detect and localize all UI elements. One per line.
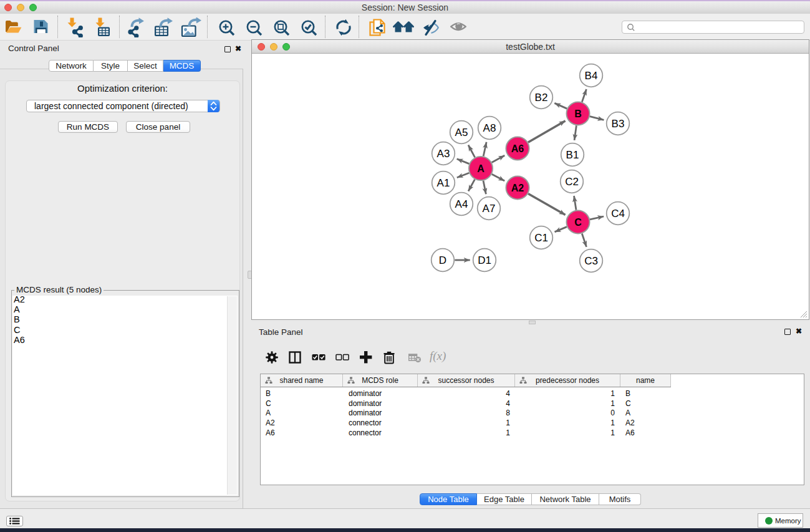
svg-text:A4: A4 bbox=[455, 198, 468, 210]
svg-text:A7: A7 bbox=[483, 203, 496, 215]
svg-text:B3: B3 bbox=[612, 118, 625, 130]
svg-text:B1: B1 bbox=[566, 149, 579, 161]
svg-text:C1: C1 bbox=[534, 232, 548, 244]
svg-text:D: D bbox=[439, 254, 446, 266]
svg-text:C: C bbox=[574, 217, 582, 228]
svg-text:A3: A3 bbox=[437, 148, 450, 160]
svg-text:B4: B4 bbox=[585, 70, 598, 82]
svg-text:C3: C3 bbox=[584, 255, 598, 267]
svg-text:C4: C4 bbox=[611, 208, 625, 220]
svg-text:A5: A5 bbox=[455, 127, 468, 138]
svg-text:C2: C2 bbox=[565, 176, 579, 188]
svg-text:A6: A6 bbox=[511, 143, 524, 154]
svg-text:D1: D1 bbox=[478, 254, 491, 266]
svg-text:A8: A8 bbox=[483, 122, 496, 134]
svg-text:B2: B2 bbox=[535, 92, 548, 104]
svg-text:A1: A1 bbox=[437, 177, 450, 189]
svg-text:B: B bbox=[574, 109, 582, 119]
svg-text:A: A bbox=[477, 163, 485, 174]
svg-text:A2: A2 bbox=[511, 183, 524, 193]
